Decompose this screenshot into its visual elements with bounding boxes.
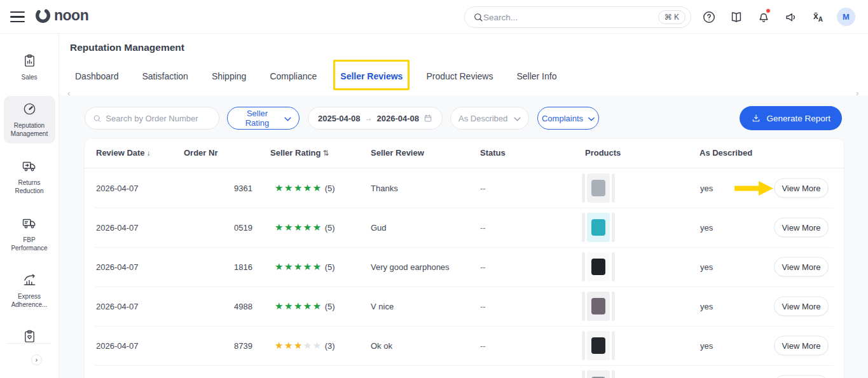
country-switcher-uae-flag[interactable]: › <box>17 349 38 371</box>
keyboard-shortcut-badge: ⌘ K <box>658 10 685 24</box>
product-thumbnail[interactable] <box>582 252 615 281</box>
as-described-filter[interactable]: As Described <box>450 107 529 130</box>
sort-both-icon: ⇅ <box>322 149 329 158</box>
tab-dashboard[interactable]: Dashboard <box>75 69 119 84</box>
seller-rating-cell: ★★★★★(5) <box>275 300 335 312</box>
col-review-date[interactable]: Review Date↓ <box>96 148 151 158</box>
carousel-prev-sliver <box>582 370 585 378</box>
tab-shipping[interactable]: Shipping <box>212 69 247 84</box>
product-thumbnail[interactable] <box>582 173 615 203</box>
view-more-button[interactable]: View More <box>774 179 829 198</box>
carousel-next-sliver <box>612 213 615 242</box>
sidebar-item-fbp-performance[interactable]: FBP Performance <box>4 210 55 258</box>
inventory-clipboard-icon <box>22 329 37 344</box>
col-seller-rating[interactable]: Seller Rating⇅ <box>270 148 329 158</box>
order-nr-cell: 4988 <box>184 302 252 311</box>
generate-report-button[interactable]: Generate Report <box>740 106 842 130</box>
table-row: 2026-04-070519★★★★★(5)Gud--yesView More <box>85 208 844 247</box>
order-search-input[interactable] <box>106 114 211 123</box>
col-as-described: As Described <box>699 148 752 158</box>
view-more-button[interactable]: View More <box>774 375 829 378</box>
review-date-cell: 2026-04-07 <box>96 184 139 193</box>
date-to-value: 2026-04-08 <box>377 114 420 123</box>
tab-seller-reviews[interactable]: Seller Reviews <box>340 69 403 84</box>
sidebar-item-express-adherence[interactable]: Express Adherence... <box>4 267 55 314</box>
as-described-filter-label: As Described <box>458 114 507 123</box>
complaints-filter-label: Complaints <box>542 114 583 123</box>
status-cell: -- <box>480 262 486 272</box>
notifications-bell-icon[interactable] <box>754 7 773 27</box>
translate-language-icon[interactable]: x̄A <box>808 7 828 27</box>
seller-review-cell: Very good earphones <box>371 262 450 272</box>
seller-rating-cell: ★★★★★(5) <box>275 261 335 273</box>
rating-value: (5) <box>325 184 335 193</box>
hamburger-menu-icon[interactable] <box>10 11 25 22</box>
search-icon <box>473 12 483 22</box>
carousel-prev-sliver <box>582 292 585 321</box>
rating-value: (5) <box>325 223 335 233</box>
reviews-table-body: 2026-04-079361★★★★★(5)Thanks--yesView Mo… <box>85 168 844 378</box>
review-date-cell: 2026-04-07 <box>96 341 139 351</box>
download-icon <box>751 113 761 123</box>
global-search-input[interactable] <box>483 13 658 22</box>
express-chart-icon <box>22 273 37 289</box>
search-icon <box>93 114 101 123</box>
status-cell: -- <box>480 302 486 311</box>
carousel-next-sliver <box>612 370 615 378</box>
content-area: Seller Rating 2025-04-08 → 2026-04-08 As… <box>59 95 868 378</box>
as-described-cell: yes <box>700 302 713 311</box>
carousel-prev-sliver <box>582 213 585 242</box>
product-image <box>587 292 610 321</box>
seller-rating-filter[interactable]: Seller Rating <box>227 107 300 130</box>
complaints-filter[interactable]: Complaints <box>537 107 599 130</box>
tab-compliance[interactable]: Compliance <box>270 69 317 84</box>
tab-product-reviews[interactable]: Product Reviews <box>426 69 493 84</box>
sidebar-item-returns-reduction[interactable]: Returns Reduction <box>4 152 55 201</box>
reviews-table: Review Date↓ Order Nr Seller Rating⇅ Sel… <box>85 138 844 378</box>
view-more-button[interactable]: View More <box>774 257 829 277</box>
calendar-icon <box>424 114 432 123</box>
product-thumbnail[interactable] <box>582 292 615 321</box>
date-range-filter[interactable]: 2025-04-08 → 2026-04-08 <box>308 107 443 130</box>
tabs-scroll-right-icon[interactable]: › <box>856 88 858 98</box>
sales-clipboard-chart-icon <box>22 53 37 70</box>
announcements-megaphone-icon[interactable] <box>781 7 801 27</box>
review-date-cell: 2026-04-07 <box>96 302 139 311</box>
star-rating-icons: ★★★★★ <box>275 222 322 233</box>
view-more-button[interactable]: View More <box>774 297 829 316</box>
order-nr-cell: 0519 <box>184 223 252 233</box>
as-described-cell: yes <box>700 184 713 193</box>
order-nr-cell: 8739 <box>184 341 252 351</box>
product-thumbnail[interactable] <box>582 370 615 378</box>
carousel-prev-sliver <box>582 331 585 360</box>
table-row: 2026-04-078739★★★★★(3)Ok ok--yesView Mor… <box>85 326 844 365</box>
chevron-down-icon <box>284 114 291 123</box>
chevron-down-icon <box>514 114 521 123</box>
rating-value: (5) <box>325 302 335 311</box>
tab-satisfaction[interactable]: Satisfaction <box>142 69 188 84</box>
generate-report-label: Generate Report <box>766 114 830 123</box>
view-more-button[interactable]: View More <box>774 336 829 356</box>
help-icon[interactable] <box>699 7 719 27</box>
date-range-arrow-icon: → <box>365 114 373 123</box>
view-more-button[interactable]: View More <box>774 218 829 238</box>
product-thumbnail[interactable] <box>582 331 615 360</box>
product-thumbnail[interactable] <box>582 213 615 242</box>
user-avatar[interactable]: M <box>837 8 855 26</box>
sidebar-item-label: Sales <box>21 73 37 82</box>
sidebar-item-reputation-management[interactable]: Reputation Management <box>4 96 55 144</box>
global-search[interactable]: ⌘ K <box>464 6 691 28</box>
sort-desc-icon: ↓ <box>147 149 151 158</box>
tab-bar: DashboardSatisfactionShippingComplianceS… <box>75 69 556 84</box>
order-search-field[interactable] <box>85 107 219 130</box>
table-row: 2026-04-071816★★★★★(5)Very good earphone… <box>85 247 844 287</box>
docs-book-icon[interactable] <box>726 7 746 27</box>
tabs-scroll-left-icon[interactable]: ‹ <box>67 88 70 98</box>
tab-seller-info[interactable]: Seller Info <box>516 69 556 84</box>
notification-badge-dot <box>766 8 771 13</box>
carousel-prev-sliver <box>582 252 585 281</box>
sidebar-item-sales[interactable]: Sales <box>4 48 55 87</box>
carousel-next-sliver <box>612 252 615 281</box>
sidebar-item-inventory[interactable]: Inventory <box>4 323 55 344</box>
returns-truck-icon <box>22 158 37 175</box>
